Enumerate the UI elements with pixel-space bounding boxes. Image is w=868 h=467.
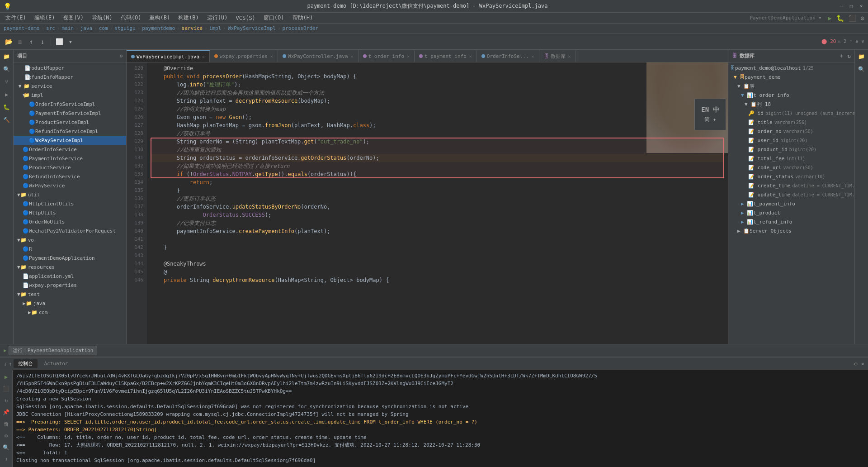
tree-item-wxpayserviceimpl[interactable]: 🔵 WxPayServiceImpl <box>14 136 126 145</box>
db-col-total-fee[interactable]: 📝 total_fee int(11) <box>728 154 854 163</box>
menu-code[interactable]: 代码(O) <box>117 13 145 23</box>
menu-run[interactable]: 运行(U) <box>203 13 231 23</box>
db-columns-folder[interactable]: ▼ 📋 列 18 <box>728 100 854 109</box>
menu-build[interactable]: 构建(B) <box>175 13 203 23</box>
tree-item-ordernoutil[interactable]: 🔵 OrderNoUtils <box>14 217 126 226</box>
nav-paymentdemo[interactable]: paymentdemo <box>142 25 175 31</box>
toolbar-project-btn[interactable]: 📂 <box>4 37 14 47</box>
tab-close-prop[interactable]: ✕ <box>270 54 273 59</box>
db-t-product[interactable]: ▶ 📊 t_product <box>728 208 854 217</box>
tab-wxpay-properties[interactable]: wxpay.properties ✕ <box>210 50 278 62</box>
right-icon-1[interactable]: 📁 <box>857 52 867 62</box>
db-tables-folder[interactable]: ▼ 📋 表 <box>728 81 854 91</box>
code-editor[interactable]: 120 121 122 123 124 125 126 127 128 129 … <box>127 62 728 344</box>
panel-settings-icon[interactable]: ⚙ <box>119 53 123 59</box>
settings-icon[interactable]: ⚙ <box>859 14 866 22</box>
db-t-refund-info[interactable]: ▶ 📊 t_refund_info <box>728 217 854 226</box>
console-filter-icon[interactable]: ⚙ <box>1 431 11 441</box>
tree-item-test-java[interactable]: ▶ 📁 java <box>14 299 126 308</box>
nav-wxpayserviceimpl[interactable]: WxPayServiceImpl <box>228 25 276 31</box>
console-search-icon[interactable]: 🔍 <box>1 443 11 453</box>
right-icon-2[interactable]: 🔍 <box>857 64 867 74</box>
db-refresh-icon[interactable]: ↻ <box>848 53 851 59</box>
toolbar-btn1[interactable]: ≡ <box>15 37 25 47</box>
tree-item-wechatpay2validator[interactable]: 🔵 WechatPay2ValidatorForRequest <box>14 226 126 235</box>
tree-item-refundinfomapper[interactable]: 📄 RefundInfoMapper <box>14 72 126 81</box>
tree-item-vo-folder[interactable]: ▼ 📁 vo <box>14 235 126 244</box>
code-area[interactable]: EN 中 简 ✦ @Override public void processOr… <box>147 62 728 344</box>
menu-vcs[interactable]: VCS(S) <box>232 14 259 22</box>
db-col-order-no[interactable]: 📝 order_no varchar(50) <box>728 127 854 136</box>
nav-com[interactable]: com <box>99 25 108 31</box>
tab-close-orderinfose[interactable]: ✕ <box>532 54 534 59</box>
tree-item-httpclientutils[interactable]: 🔵 HttpClientUtils <box>14 199 126 208</box>
lang-toggle[interactable]: EN 中 简 ✦ <box>694 99 726 130</box>
tab-t-payment-info[interactable]: t_payment_info ✕ <box>415 50 477 62</box>
tree-item-productservice[interactable]: 🔵 ProductService <box>14 163 126 172</box>
tree-item-util-folder[interactable]: ▼ 📁 util <box>14 190 126 199</box>
tree-item-paymentinfoserviceimpl[interactable]: 🔵 PaymentInfoServiceImpl <box>14 109 126 118</box>
console-scroll-icon[interactable]: ⬇ <box>1 454 11 464</box>
close-button[interactable]: ✕ <box>858 3 864 10</box>
tab-close-controller[interactable]: ✕ <box>351 54 354 59</box>
nav-processorder[interactable]: processOrder <box>283 25 318 31</box>
menu-help[interactable]: 帮助(H) <box>289 13 317 23</box>
nav-java[interactable]: java <box>80 25 93 31</box>
console-left-icon[interactable]: ↓ <box>4 361 7 367</box>
run-config[interactable]: 运行：PaymentDemoApplication <box>9 346 98 355</box>
db-col-product-id[interactable]: 📝 product_id bigint(20) <box>728 145 854 154</box>
tree-item-paymentdemoapplication[interactable]: 🔵 PaymentDemoApplication <box>14 253 126 262</box>
nav-impl[interactable]: impl <box>209 25 222 31</box>
tab-close-order[interactable]: ✕ <box>407 54 410 59</box>
tree-item-wxpayservice[interactable]: 🔵 WxPayService <box>14 181 126 190</box>
db-server-objects[interactable]: ▶ 📋 Server Objects <box>728 226 854 235</box>
toolbar-btn4[interactable]: ⬜ <box>54 37 64 47</box>
db-t-order-info[interactable]: ▼ 📊 t_order_info <box>728 91 854 100</box>
tab-close-payment[interactable]: ✕ <box>469 54 472 59</box>
console-clear-icon[interactable]: 🗑 <box>1 419 11 429</box>
db-col-id[interactable]: 🔑 id bigint(11) unsigned (auto_increment… <box>728 109 854 118</box>
nav-main[interactable]: main <box>62 25 74 31</box>
search-area[interactable]: PaymentDemoApplication ▾ <box>746 15 825 21</box>
db-col-order-status[interactable]: 📝 order_status varchar(10) <box>728 172 854 181</box>
tab-t-order-info[interactable]: t_order_info ✕ <box>359 50 415 62</box>
console-rerun-icon[interactable]: ↻ <box>1 396 11 405</box>
db-t-payment-info[interactable]: ▶ 📊 t_payment_info <box>728 199 854 208</box>
menu-edit[interactable]: 编辑(E) <box>31 13 59 23</box>
tree-item-test-java-com[interactable]: ▶ 📁 com <box>14 308 126 317</box>
console-left-icon2[interactable]: ↑ <box>9 361 12 367</box>
tree-item-r[interactable]: 🔵 R <box>14 244 126 253</box>
menu-view[interactable]: 视图(V) <box>59 13 87 23</box>
menu-refactor[interactable]: 重构(B) <box>146 13 174 23</box>
console-stop-icon[interactable]: ⬛ <box>1 384 11 394</box>
tab-close-db[interactable]: ✕ <box>568 54 571 59</box>
db-add-icon[interactable]: + <box>840 53 843 59</box>
tree-item-resources-folder[interactable]: ▼ 📁 resources <box>14 262 126 272</box>
console-run-icon[interactable]: ▶ <box>1 372 11 382</box>
stop-button[interactable]: ⬛ <box>847 14 858 22</box>
minimize-button[interactable]: ─ <box>838 3 844 10</box>
nav-project[interactable]: payment-demo <box>4 25 39 31</box>
toolbar-btn5[interactable]: ▾ <box>66 37 75 47</box>
tab-wxpaycontroller[interactable]: WxPayController.java ✕ <box>278 50 358 62</box>
tree-item-wxpay-properties[interactable]: 📄 wxpay.properties <box>14 281 126 290</box>
side-icon-debug[interactable]: 🐛 <box>2 102 12 112</box>
tree-item-service-folder[interactable]: ▼ 📁 service <box>14 81 126 91</box>
tab-close-wxpay[interactable]: ✕ <box>202 54 205 59</box>
side-icon-git[interactable]: ⑂ <box>2 77 12 87</box>
toolbar-btn3[interactable]: ↓ <box>38 37 47 47</box>
console-settings-icon[interactable]: ⚙ <box>854 361 858 367</box>
restore-button[interactable]: □ <box>848 3 854 10</box>
tree-item-productmapper[interactable]: 📄 ProductMapper <box>14 63 126 72</box>
db-col-code-url[interactable]: 📝 code_url varchar(50) <box>728 163 854 172</box>
side-icon-2[interactable]: 🔍 <box>2 64 12 74</box>
side-icon-run[interactable]: ▶ <box>2 90 12 100</box>
tree-item-paymentinfoservice[interactable]: 🔵 PaymentInfoService <box>14 154 126 163</box>
console-close-icon[interactable]: ✕ <box>861 361 864 367</box>
tab-actuator[interactable]: Actuator <box>39 360 72 367</box>
debug-button[interactable]: 🐛 <box>835 14 846 22</box>
tree-item-productserviceimpl[interactable]: 🔵 ProductServiceImpl <box>14 118 126 127</box>
nav-service[interactable]: service <box>182 25 203 31</box>
menu-file[interactable]: 文件(E) <box>2 13 30 23</box>
side-icon-build[interactable]: 🔨 <box>2 115 12 125</box>
